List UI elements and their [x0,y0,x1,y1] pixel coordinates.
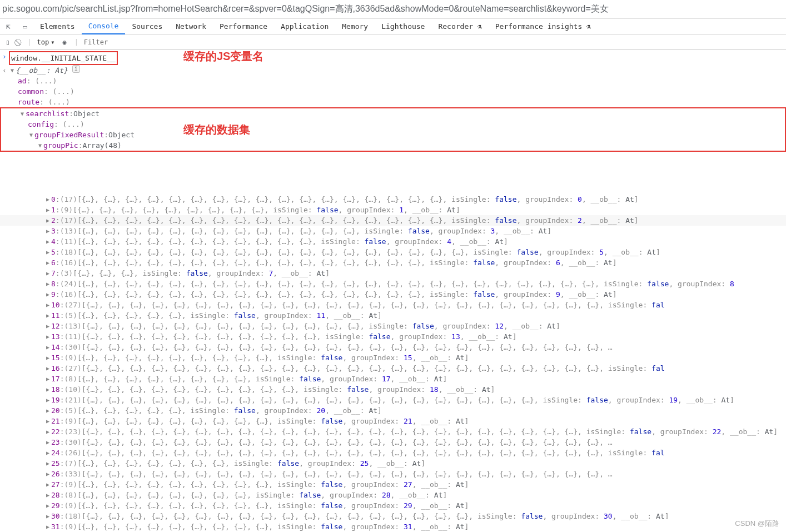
array-item-row[interactable]: ▶22: (23) [{…}, {…}, {…}, {…}, {…}, {…},… [0,426,786,437]
tab-console[interactable]: Console [82,19,126,34]
array-item-row[interactable]: ▶6: (16) [{…}, {…}, {…}, {…}, {…}, {…}, … [0,257,786,268]
tab-memory[interactable]: Memory [335,19,375,34]
expand-icon[interactable]: ▶ [44,479,51,490]
expand-icon[interactable]: ▶ [44,247,51,257]
expand-icon[interactable]: ▶ [44,437,51,448]
expand-icon[interactable]: ▶ [44,279,51,289]
expand-icon[interactable]: ▶ [44,458,51,469]
array-item-row[interactable]: ▶27: (9) [{…}, {…}, {…}, {…}, {…}, {…}, … [0,479,786,490]
expand-icon[interactable]: ▶ [44,321,51,331]
config-row[interactable]: config: (...) [1,119,785,130]
info-icon[interactable]: i [72,65,80,73]
array-item-row[interactable]: ▶11: (5) [{…}, {…}, {…}, {…}, {…}, isSin… [0,310,786,321]
expand-icon[interactable]: ▼ [37,140,43,151]
expand-icon[interactable]: ▶ [44,384,51,395]
expand-icon[interactable]: ▶ [44,426,51,437]
expand-icon[interactable]: ▶ [44,257,51,268]
tab-perf-insights[interactable]: Performance insights ⚗ [489,19,598,34]
prop-row[interactable]: route: (...) [0,97,786,107]
expand-icon[interactable]: ▶ [44,363,51,374]
array-item-row[interactable]: ▶15: (9) [{…}, {…}, {…}, {…}, {…}, {…}, … [0,352,786,363]
gfr-row[interactable]: ▼groupFixedResult: Object [1,130,785,140]
array-item-row[interactable]: ▶7: (3) [{…}, {…}, {…}, isSingle: false,… [0,268,786,279]
array-item-row[interactable]: ▶5: (18) [{…}, {…}, {…}, {…}, {…}, {…}, … [0,247,786,257]
tab-recorder[interactable]: Recorder ⚗ [431,19,488,34]
expand-icon[interactable]: ▶ [44,342,51,352]
expand-icon[interactable]: ▶ [44,331,51,342]
array-item-row[interactable]: ▶26: (33) [{…}, {…}, {…}, {…}, {…}, {…},… [0,469,786,479]
expand-icon[interactable]: ▶ [44,448,51,458]
array-item-row[interactable]: ▶4: (11) [{…}, {…}, {…}, {…}, {…}, {…}, … [0,236,786,247]
expand-icon[interactable]: ▼ [28,130,34,140]
array-item-row[interactable]: ▶25: (7) [{…}, {…}, {…}, {…}, {…}, {…}, … [0,458,786,469]
array-item-row[interactable]: ▶17: (8) [{…}, {…}, {…}, {…}, {…}, {…}, … [0,374,786,384]
array-item-row[interactable]: ▶9: (16) [{…}, {…}, {…}, {…}, {…}, {…}, … [0,289,786,300]
array-item-row[interactable]: ▶10: (27) [{…}, {…}, {…}, {…}, {…}, {…},… [0,300,786,310]
clear-console-icon[interactable]: ⃠ [17,38,22,46]
expand-icon[interactable]: ▶ [44,469,51,479]
tab-elements[interactable]: Elements [33,19,82,34]
searchlist-row[interactable]: ▼searchlist: Object [1,108,785,119]
eye-icon[interactable]: ◉ [60,38,68,46]
expand-icon[interactable]: ▶ [44,352,51,363]
filter-input[interactable] [84,38,195,46]
expand-icon[interactable]: ▶ [44,395,51,405]
expand-icon[interactable]: ▶ [44,511,51,521]
scope-selector[interactable]: top▾ [37,38,54,46]
array-item-row[interactable]: ▶16: (27) [{…}, {…}, {…}, {…}, {…}, {…},… [0,363,786,374]
tab-application[interactable]: Application [274,19,335,34]
array-item-row[interactable]: ▶18: (10) [{…}, {…}, {…}, {…}, {…}, {…},… [0,384,786,395]
tab-lighthouse[interactable]: Lighthouse [375,19,431,34]
array-item-row[interactable]: ▶29: (9) [{…}, {…}, {…}, {…}, {…}, {…}, … [0,500,786,511]
array-item-row[interactable]: ▶19: (21) [{…}, {…}, {…}, {…}, {…}, {…},… [0,395,786,405]
expand-icon[interactable]: ▶ [44,236,51,247]
array-item-row[interactable]: ▶0: (17) [{…}, {…}, {…}, {…}, {…}, {…}, … [0,194,786,205]
array-item-row[interactable]: ▶8: (24) [{…}, {…}, {…}, {…}, {…}, {…}, … [0,279,786,289]
array-item-row[interactable]: ▶3: (13) [{…}, {…}, {…}, {…}, {…}, {…}, … [0,226,786,236]
array-item-row[interactable]: ▶12: (13) [{…}, {…}, {…}, {…}, {…}, {…},… [0,321,786,331]
expand-icon[interactable]: ▶ [44,521,51,532]
highlighted-input[interactable]: window.__INITIAL_STATE__ [9,51,118,65]
expand-icon[interactable]: ▶ [44,416,51,426]
array-item-row[interactable]: ▶24: (26) [{…}, {…}, {…}, {…}, {…}, {…},… [0,448,786,458]
grouppic-row[interactable]: ▼groupPic: Array(48) [1,140,785,151]
prop-row[interactable]: common: (...) [0,86,786,97]
annotation-varname: 缓存的JS变量名 [183,51,263,62]
expand-icon[interactable]: ▶ [44,289,51,300]
expand-icon[interactable]: ▶ [44,374,51,384]
expand-icon[interactable]: ▶ [44,194,51,205]
device-icon[interactable]: ▭ [17,22,33,31]
tab-sources[interactable]: Sources [125,19,169,34]
expand-icon[interactable]: ▶ [44,490,51,500]
expand-icon[interactable]: ▶ [44,300,51,310]
array-item-row[interactable]: ▶21: (9) [{…}, {…}, {…}, {…}, {…}, {…}, … [0,416,786,426]
array-item-row[interactable]: ▶14: (30) [{…}, {…}, {…}, {…}, {…}, {…},… [0,342,786,352]
expand-icon[interactable]: ▶ [44,405,51,416]
output-icon: ‹ [0,65,9,76]
expand-icon[interactable]: ▶ [44,205,51,215]
console-input-row: › window.__INITIAL_STATE__ [0,51,786,65]
expand-icon[interactable]: ▶ [44,268,51,279]
result-root[interactable]: ‹ ▼ {__ob__: At} i [0,65,786,76]
array-item-row[interactable]: ▶20: (5) [{…}, {…}, {…}, {…}, {…}, isSin… [0,405,786,416]
tab-network[interactable]: Network [169,19,213,34]
array-item-row[interactable]: ▶31: (9) [{…}, {…}, {…}, {…}, {…}, {…}, … [0,521,786,532]
expand-icon[interactable]: ▼ [9,65,16,76]
expand-icon[interactable]: ▶ [44,226,51,236]
expand-icon[interactable]: ▼ [19,108,26,119]
array-item-row[interactable]: ▶28: (8) [{…}, {…}, {…}, {…}, {…}, {…}, … [0,490,786,500]
prop-row[interactable]: ad: (...) [0,76,786,86]
array-item-row[interactable]: ▶23: (30) [{…}, {…}, {…}, {…}, {…}, {…},… [0,437,786,448]
url-bar[interactable]: pic.sogou.com/pic/searchList.jsp?from=ho… [0,0,786,19]
sidebar-toggle-icon[interactable]: ▯ [3,38,12,46]
array-item-row[interactable]: ▶30: (18) [{…}, {…}, {…}, {…}, {…}, {…},… [0,511,786,521]
expand-icon[interactable]: ▶ [44,500,51,511]
array-item-row[interactable]: ▶13: (11) [{…}, {…}, {…}, {…}, {…}, {…},… [0,331,786,342]
inspect-icon[interactable]: ⇱ [0,22,17,31]
expand-icon[interactable]: ▶ [44,215,51,226]
expand-icon[interactable]: ▶ [44,310,51,321]
tab-performance[interactable]: Performance [213,19,274,34]
array-item-row[interactable]: ▶1: (9) [{…}, {…}, {…}, {…}, {…}, {…}, {… [0,205,786,215]
array-item-row[interactable]: ▶2: (17) [{…}, {…}, {…}, {…}, {…}, {…}, … [0,215,786,226]
devtools-tabs: ⇱ ▭ Elements Console Sources Network Per… [0,19,786,34]
